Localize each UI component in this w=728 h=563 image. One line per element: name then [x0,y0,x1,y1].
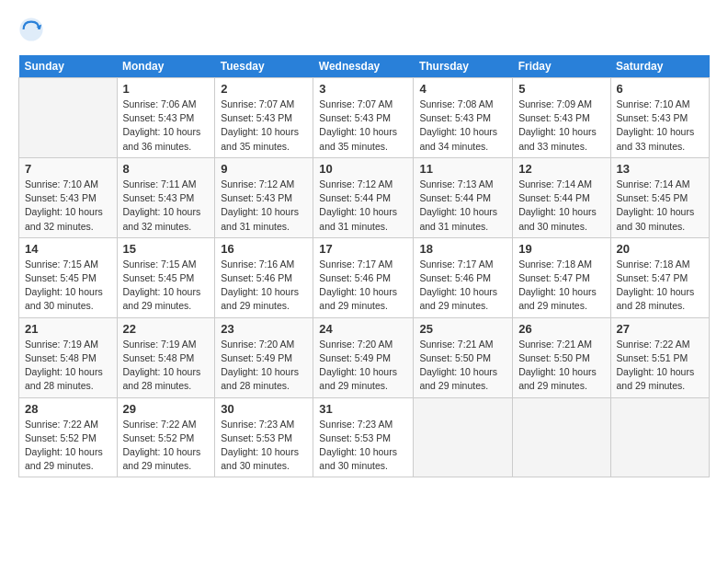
cell-content: Sunrise: 7:18 AMSunset: 5:47 PMDaylight:… [518,258,604,314]
calendar-cell [19,78,118,158]
calendar-cell [610,397,709,477]
header-row: SundayMondayTuesdayWednesdayThursdayFrid… [19,55,710,78]
cell-content: Sunrise: 7:17 AMSunset: 5:46 PMDaylight:… [419,258,506,314]
cell-content: Sunrise: 7:20 AMSunset: 5:49 PMDaylight:… [221,338,307,394]
cell-content: Sunrise: 7:14 AMSunset: 5:45 PMDaylight:… [617,178,703,234]
day-number: 21 [25,322,111,336]
day-number: 14 [25,242,111,256]
logo [18,17,48,42]
calendar-week-4: 21Sunrise: 7:19 AMSunset: 5:48 PMDayligh… [19,317,710,397]
calendar-week-1: 1Sunrise: 7:06 AMSunset: 5:43 PMDaylight… [19,78,710,158]
col-header-thursday: Thursday [414,55,513,78]
cell-content: Sunrise: 7:09 AMSunset: 5:43 PMDaylight:… [518,98,604,154]
cell-content: Sunrise: 7:21 AMSunset: 5:50 PMDaylight:… [419,338,506,394]
day-number: 18 [419,242,506,256]
col-header-saturday: Saturday [610,55,709,78]
calendar-cell: 12Sunrise: 7:14 AMSunset: 5:44 PMDayligh… [513,157,610,237]
day-number: 22 [123,322,210,336]
cell-content: Sunrise: 7:19 AMSunset: 5:48 PMDaylight:… [123,338,210,394]
cell-content: Sunrise: 7:07 AMSunset: 5:43 PMDaylight:… [221,98,307,154]
day-number: 12 [518,162,604,176]
day-number: 20 [617,242,703,256]
cell-content: Sunrise: 7:23 AMSunset: 5:53 PMDaylight:… [319,418,407,474]
day-number: 11 [419,162,506,176]
cell-content: Sunrise: 7:10 AMSunset: 5:43 PMDaylight:… [25,178,111,234]
cell-content: Sunrise: 7:22 AMSunset: 5:51 PMDaylight:… [617,338,703,394]
day-number: 30 [221,402,307,416]
cell-content: Sunrise: 7:08 AMSunset: 5:43 PMDaylight:… [419,98,506,154]
calendar-cell: 14Sunrise: 7:15 AMSunset: 5:45 PMDayligh… [19,237,118,317]
cell-content: Sunrise: 7:07 AMSunset: 5:43 PMDaylight:… [319,98,407,154]
calendar-cell: 8Sunrise: 7:11 AMSunset: 5:43 PMDaylight… [117,157,215,237]
calendar-cell: 22Sunrise: 7:19 AMSunset: 5:48 PMDayligh… [117,317,215,397]
day-number: 17 [319,242,407,256]
calendar-cell [414,397,513,477]
col-header-monday: Monday [117,55,215,78]
calendar-cell: 26Sunrise: 7:21 AMSunset: 5:50 PMDayligh… [513,317,610,397]
cell-content: Sunrise: 7:19 AMSunset: 5:48 PMDaylight:… [25,338,111,394]
calendar-cell: 4Sunrise: 7:08 AMSunset: 5:43 PMDaylight… [414,78,513,158]
calendar-cell: 21Sunrise: 7:19 AMSunset: 5:48 PMDayligh… [19,317,118,397]
calendar-week-3: 14Sunrise: 7:15 AMSunset: 5:45 PMDayligh… [19,237,710,317]
cell-content: Sunrise: 7:13 AMSunset: 5:44 PMDaylight:… [419,178,506,234]
cell-content: Sunrise: 7:12 AMSunset: 5:43 PMDaylight:… [221,178,307,234]
calendar-table: SundayMondayTuesdayWednesdayThursdayFrid… [18,55,710,477]
logo-icon [18,17,44,42]
calendar-cell: 27Sunrise: 7:22 AMSunset: 5:51 PMDayligh… [610,317,709,397]
day-number: 2 [221,82,307,96]
calendar-week-2: 7Sunrise: 7:10 AMSunset: 5:43 PMDaylight… [19,157,710,237]
day-number: 7 [25,162,111,176]
col-header-tuesday: Tuesday [215,55,313,78]
calendar-week-5: 28Sunrise: 7:22 AMSunset: 5:52 PMDayligh… [19,397,710,477]
day-number: 5 [518,82,604,96]
calendar-cell: 18Sunrise: 7:17 AMSunset: 5:46 PMDayligh… [414,237,513,317]
calendar-cell: 6Sunrise: 7:10 AMSunset: 5:43 PMDaylight… [610,78,709,158]
cell-content: Sunrise: 7:22 AMSunset: 5:52 PMDaylight:… [123,418,210,474]
cell-content: Sunrise: 7:15 AMSunset: 5:45 PMDaylight:… [123,258,210,314]
calendar-cell: 25Sunrise: 7:21 AMSunset: 5:50 PMDayligh… [414,317,513,397]
calendar-cell: 5Sunrise: 7:09 AMSunset: 5:43 PMDaylight… [513,78,610,158]
calendar-cell [513,397,610,477]
col-header-sunday: Sunday [19,55,118,78]
calendar-cell: 2Sunrise: 7:07 AMSunset: 5:43 PMDaylight… [215,78,313,158]
cell-content: Sunrise: 7:11 AMSunset: 5:43 PMDaylight:… [123,178,210,234]
calendar-cell: 16Sunrise: 7:16 AMSunset: 5:46 PMDayligh… [215,237,313,317]
calendar-cell: 13Sunrise: 7:14 AMSunset: 5:45 PMDayligh… [610,157,709,237]
calendar-cell: 19Sunrise: 7:18 AMSunset: 5:47 PMDayligh… [513,237,610,317]
day-number: 3 [319,82,407,96]
cell-content: Sunrise: 7:10 AMSunset: 5:43 PMDaylight:… [617,98,703,154]
day-number: 10 [319,162,407,176]
calendar-cell: 9Sunrise: 7:12 AMSunset: 5:43 PMDaylight… [215,157,313,237]
col-header-wednesday: Wednesday [313,55,414,78]
cell-content: Sunrise: 7:17 AMSunset: 5:46 PMDaylight:… [319,258,407,314]
cell-content: Sunrise: 7:18 AMSunset: 5:47 PMDaylight:… [617,258,703,314]
day-number: 16 [221,242,307,256]
day-number: 23 [221,322,307,336]
page-header [18,17,710,42]
day-number: 27 [617,322,703,336]
day-number: 1 [123,82,210,96]
calendar-cell: 31Sunrise: 7:23 AMSunset: 5:53 PMDayligh… [313,397,414,477]
col-header-friday: Friday [513,55,610,78]
day-number: 25 [419,322,506,336]
day-number: 24 [319,322,407,336]
cell-content: Sunrise: 7:15 AMSunset: 5:45 PMDaylight:… [25,258,111,314]
calendar-cell: 23Sunrise: 7:20 AMSunset: 5:49 PMDayligh… [215,317,313,397]
day-number: 6 [617,82,703,96]
calendar-cell: 28Sunrise: 7:22 AMSunset: 5:52 PMDayligh… [19,397,118,477]
cell-content: Sunrise: 7:23 AMSunset: 5:53 PMDaylight:… [221,418,307,474]
day-number: 29 [123,402,210,416]
day-number: 19 [518,242,604,256]
day-number: 26 [518,322,604,336]
page-container: SundayMondayTuesdayWednesdayThursdayFrid… [0,0,728,487]
day-number: 9 [221,162,307,176]
calendar-cell: 15Sunrise: 7:15 AMSunset: 5:45 PMDayligh… [117,237,215,317]
day-number: 15 [123,242,210,256]
calendar-cell: 1Sunrise: 7:06 AMSunset: 5:43 PMDaylight… [117,78,215,158]
calendar-cell: 20Sunrise: 7:18 AMSunset: 5:47 PMDayligh… [610,237,709,317]
day-number: 8 [123,162,210,176]
calendar-cell: 24Sunrise: 7:20 AMSunset: 5:49 PMDayligh… [313,317,414,397]
calendar-cell: 3Sunrise: 7:07 AMSunset: 5:43 PMDaylight… [313,78,414,158]
day-number: 28 [25,402,111,416]
cell-content: Sunrise: 7:06 AMSunset: 5:43 PMDaylight:… [123,98,210,154]
